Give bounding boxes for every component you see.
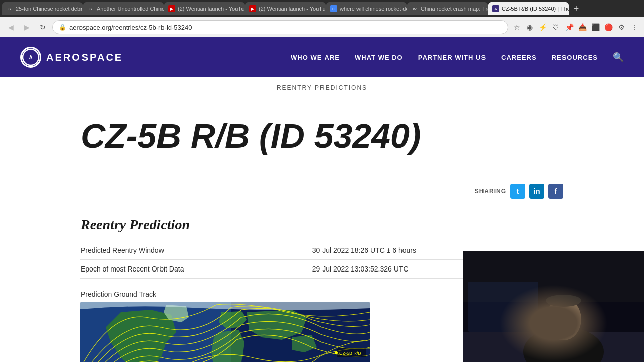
tab-7-label: CZ-5B R/B (ID 53240) | The Aer...	[502, 6, 569, 12]
extension-icon-3[interactable]: 📌	[564, 22, 575, 33]
tab-6-label: China rocket crash map: Track l...	[421, 6, 488, 12]
logo-area[interactable]: A AEROSPACE	[20, 47, 123, 68]
browser-window: S 25-ton Chinese rocket debri... × S Ano…	[0, 0, 644, 37]
tab-2-favicon: S	[87, 5, 94, 12]
video-person	[463, 251, 644, 362]
tab-5-favicon: G	[330, 5, 337, 12]
tab-6-favicon: W	[411, 5, 418, 12]
extension-icon-6[interactable]: 🔴	[603, 22, 614, 33]
page-title-section: CZ-5B R/B (ID 53240)	[0, 97, 644, 165]
tab-7[interactable]: A CZ-5B R/B (ID 53240) | The Aer... ×	[488, 2, 569, 15]
tab-6[interactable]: W China rocket crash map: Track l... ×	[407, 2, 488, 15]
ground-track-map: CZ-5B R/B	[80, 302, 370, 362]
breadcrumb-bar: REENTRY PREDICTIONS	[0, 77, 644, 97]
video-player	[463, 251, 644, 362]
extension-icon-4[interactable]: 📥	[577, 22, 588, 33]
nav-careers[interactable]: CAREERS	[501, 54, 537, 61]
tab-bar: S 25-ton Chinese rocket debri... × S Ano…	[0, 0, 644, 17]
extension-icon-7[interactable]: ⚙	[616, 22, 627, 33]
tab-3[interactable]: ▶ (2) Wentian launch - YouTube ×	[164, 2, 245, 15]
lock-icon: 🔒	[59, 24, 66, 31]
svg-text:CZ-5B R/B: CZ-5B R/B	[339, 351, 361, 356]
nav-what-we-do[interactable]: WHAT WE DO	[355, 54, 403, 61]
sharing-row: SHARING t in f	[0, 180, 644, 207]
twitter-icon: t	[517, 187, 519, 195]
nav-partner-with-us[interactable]: PARTNER WITH US	[418, 54, 486, 61]
predicted-reentry-label: Predicted Reentry Window	[80, 241, 312, 259]
facebook-share-button[interactable]: f	[548, 184, 564, 199]
new-tab-button[interactable]: +	[569, 2, 583, 15]
tab-1-label: 25-ton Chinese rocket debri...	[16, 6, 83, 12]
sharing-label: SHARING	[475, 188, 506, 195]
svg-point-14	[546, 295, 581, 307]
svg-rect-12	[551, 317, 562, 323]
logo-text: AEROSPACE	[46, 52, 123, 63]
svg-rect-9	[463, 332, 644, 362]
address-bar[interactable]: 🔒 aerospace.org/reentries/cz-5b-rb-id-53…	[52, 20, 508, 34]
tab-5[interactable]: G where will chinese rocket deb... ×	[326, 2, 407, 15]
nav-resources[interactable]: RESOURCES	[552, 54, 598, 61]
svg-point-11	[546, 298, 581, 340]
facebook-icon: f	[555, 187, 557, 195]
toolbar-icons: ☆ ◉ ⚡ 🛡 📌 📥 ⬛ 🔴 ⚙ ⋮	[511, 22, 640, 33]
forward-button[interactable]: ▶	[20, 21, 33, 34]
tab-3-favicon: ▶	[168, 5, 175, 12]
bookmark-icon[interactable]: ☆	[511, 22, 522, 33]
svg-text:A: A	[29, 55, 32, 60]
tab-4-favicon: ▶	[249, 5, 256, 12]
twitter-share-button[interactable]: t	[510, 184, 525, 199]
menu-icon[interactable]: ⋮	[629, 22, 640, 33]
svg-point-15	[552, 327, 575, 337]
search-icon[interactable]: 🔍	[613, 52, 624, 63]
main-nav: WHO WE ARE WHAT WE DO PARTNER WITH US CA…	[291, 52, 624, 63]
tab-1-favicon: S	[6, 5, 13, 12]
extension-icon-1[interactable]: ⚡	[537, 22, 548, 33]
video-overlay[interactable]	[463, 251, 644, 362]
page-title: CZ-5B R/B (ID 53240)	[80, 117, 564, 155]
tab-2-label: Another Uncontrolled Chinese...	[97, 6, 164, 12]
linkedin-share-button[interactable]: in	[529, 184, 544, 199]
address-text: aerospace.org/reentries/cz-5b-rb-id-5324…	[69, 24, 192, 31]
svg-point-10	[523, 327, 604, 362]
title-divider	[80, 175, 564, 175]
reload-button[interactable]: ↻	[36, 21, 49, 34]
site-header: A AEROSPACE WHO WE ARE WHAT WE DO PARTNE…	[0, 37, 644, 77]
svg-point-6	[335, 351, 338, 354]
tab-4[interactable]: ▶ (2) Wentian launch - YouTube ×	[245, 2, 326, 15]
extension-icon-5[interactable]: ⬛	[590, 22, 601, 33]
linkedin-icon: in	[533, 187, 540, 195]
svg-rect-16	[468, 282, 538, 332]
tab-4-label: (2) Wentian launch - YouTube	[259, 6, 326, 12]
tab-7-favicon: A	[492, 5, 499, 12]
reentry-section-title: Reentry Prediction	[80, 217, 564, 233]
nav-who-we-are[interactable]: WHO WE ARE	[291, 54, 340, 61]
tab-3-label: (2) Wentian launch - YouTube	[178, 6, 245, 12]
extension-icon-2[interactable]: 🛡	[550, 22, 561, 33]
breadcrumb[interactable]: REENTRY PREDICTIONS	[277, 84, 367, 92]
logo-icon: A	[20, 47, 41, 68]
svg-rect-13	[564, 317, 575, 323]
epoch-label: Epoch of most Recent Orbit Data	[80, 259, 312, 278]
tab-1[interactable]: S 25-ton Chinese rocket debri... ×	[2, 2, 83, 15]
tab-5-label: where will chinese rocket deb...	[340, 6, 407, 12]
back-button[interactable]: ◀	[4, 21, 17, 34]
browser-controls: ◀ ▶ ↻ 🔒 aerospace.org/reentries/cz-5b-rb…	[0, 17, 644, 37]
tab-2[interactable]: S Another Uncontrolled Chinese... ×	[83, 2, 164, 15]
profile-icon[interactable]: ◉	[524, 22, 535, 33]
